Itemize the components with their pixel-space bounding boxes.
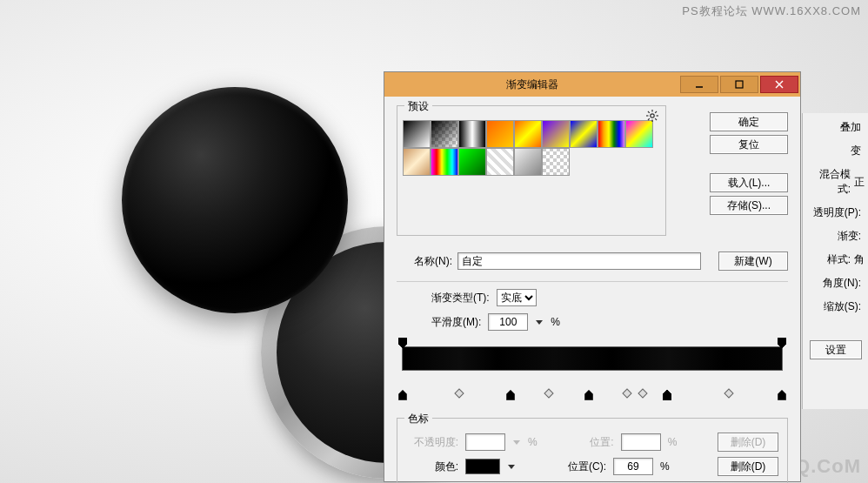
overlay-label: 叠加: [806, 120, 861, 135]
smoothness-label: 平滑度(M):: [431, 315, 481, 330]
midpoint-diamond[interactable]: [638, 388, 647, 398]
color-swatch[interactable]: [465, 459, 500, 474]
chevron-down-icon[interactable]: [535, 318, 544, 326]
preset-swatch[interactable]: [403, 120, 431, 148]
gradient-editor-dialog: 渐变编辑器 预设: [384, 71, 801, 482]
preset-swatch[interactable]: [598, 120, 625, 148]
percent-label: %: [660, 460, 670, 473]
delete-opacity-button: 删除(D): [718, 433, 778, 452]
svg-marker-17: [506, 390, 515, 400]
preset-swatch[interactable]: [486, 148, 514, 176]
blend-mode-label: 混合模式:: [806, 167, 851, 197]
svg-line-11: [655, 111, 657, 113]
new-button[interactable]: 新建(W): [718, 252, 788, 271]
stops-group: 色标 不透明度: % 位置: % 删除(D) 颜色: 位置(C): % 删除(D…: [397, 418, 788, 483]
position-input: [621, 433, 661, 451]
preset-swatch[interactable]: [431, 120, 458, 148]
preset-swatch[interactable]: [514, 120, 542, 148]
position-label: 位置:: [562, 435, 614, 450]
watermark-top: PS教程论坛 WWW.16XX8.COM: [682, 3, 861, 19]
delete-color-button[interactable]: 删除(D): [718, 457, 778, 476]
preset-swatch[interactable]: [431, 148, 458, 176]
svg-line-10: [655, 118, 657, 120]
position-c-label: 位置(C):: [554, 460, 606, 474]
load-button[interactable]: 载入(L)...: [710, 173, 788, 192]
color-stop-selected[interactable]: [663, 390, 671, 400]
svg-rect-1: [736, 81, 743, 88]
blend-value: 正: [854, 175, 865, 190]
stops-label: 色标: [404, 412, 432, 426]
svg-line-12: [648, 118, 650, 120]
midpoint-diamond[interactable]: [544, 388, 553, 398]
percent-label: %: [528, 436, 537, 448]
reset-button[interactable]: 复位: [710, 135, 788, 154]
maximize-button[interactable]: [720, 76, 758, 93]
color-stop[interactable]: [584, 390, 593, 400]
angle-label: 角度(N):: [806, 276, 861, 291]
svg-marker-19: [663, 390, 671, 400]
svg-marker-21: [513, 440, 520, 445]
preset-swatches: [403, 120, 660, 176]
minimize-button[interactable]: [680, 76, 718, 93]
save-button[interactable]: 存储(S)...: [710, 196, 788, 215]
preset-swatch[interactable]: [458, 148, 486, 176]
color-label: 颜色:: [406, 460, 458, 474]
svg-marker-15: [778, 338, 786, 348]
svg-point-4: [651, 114, 654, 117]
svg-marker-14: [398, 338, 407, 348]
gradient-bar[interactable]: [397, 346, 788, 399]
opacity-input: [465, 433, 505, 451]
svg-marker-20: [778, 390, 786, 400]
chevron-down-icon[interactable]: [507, 462, 516, 471]
smoothness-input[interactable]: [488, 313, 528, 331]
gradient-label: 渐变:: [806, 229, 861, 244]
style-label: 样式:: [806, 252, 851, 267]
svg-marker-16: [398, 390, 407, 400]
gradient-preview[interactable]: [402, 346, 783, 371]
position-c-input[interactable]: [613, 458, 653, 475]
dialog-title: 渐变编辑器: [384, 77, 680, 92]
layer-style-panel: 叠加 变 混合模式:正 透明度(P): 渐变: 样式:角 角度(N): 缩放(S…: [802, 113, 868, 409]
svg-marker-13: [536, 320, 543, 325]
midpoint-diamond[interactable]: [454, 388, 464, 398]
titlebar[interactable]: 渐变编辑器: [384, 72, 800, 97]
percent-label: %: [551, 316, 560, 328]
name-input[interactable]: [457, 252, 701, 270]
preset-group: 预设: [397, 105, 666, 236]
gradient-type-label: 渐变类型(T):: [431, 291, 490, 305]
close-button[interactable]: [760, 76, 798, 93]
midpoint-diamond[interactable]: [622, 388, 631, 398]
gradient-type-select[interactable]: 实底: [497, 289, 537, 306]
grad-label: 变: [806, 144, 861, 158]
color-stop[interactable]: [506, 390, 515, 400]
settings-button[interactable]: 设置: [810, 340, 862, 359]
preset-swatch[interactable]: [403, 148, 431, 176]
style-value: 角: [854, 252, 865, 267]
svg-marker-22: [508, 465, 515, 469]
svg-marker-18: [584, 390, 593, 400]
color-stop[interactable]: [778, 390, 786, 400]
gear-icon[interactable]: [646, 110, 658, 124]
preset-swatch[interactable]: [542, 148, 570, 176]
name-label: 名称(N):: [397, 254, 452, 269]
opacity-label: 透明度(P):: [806, 205, 861, 220]
ok-button[interactable]: 确定: [710, 112, 788, 131]
opacity-stop-label: 不透明度:: [406, 435, 458, 450]
midpoint-diamond[interactable]: [724, 388, 733, 398]
preset-swatch[interactable]: [486, 120, 514, 148]
opacity-stop[interactable]: [398, 338, 407, 348]
svg-line-9: [648, 111, 650, 113]
percent-label: %: [668, 436, 678, 448]
chevron-down-icon: [512, 438, 521, 446]
preset-swatch[interactable]: [458, 120, 486, 148]
preset-label: 预设: [404, 99, 432, 114]
color-stop[interactable]: [398, 390, 407, 400]
scale-label: 缩放(S):: [806, 299, 861, 314]
preset-swatch[interactable]: [570, 120, 598, 148]
preset-swatch[interactable]: [542, 120, 570, 148]
opacity-stop[interactable]: [778, 338, 786, 348]
dialog-buttons: 确定 复位 载入(L)... 存储(S)...: [710, 112, 788, 215]
black-knob: [122, 87, 348, 313]
preset-swatch[interactable]: [514, 148, 542, 176]
